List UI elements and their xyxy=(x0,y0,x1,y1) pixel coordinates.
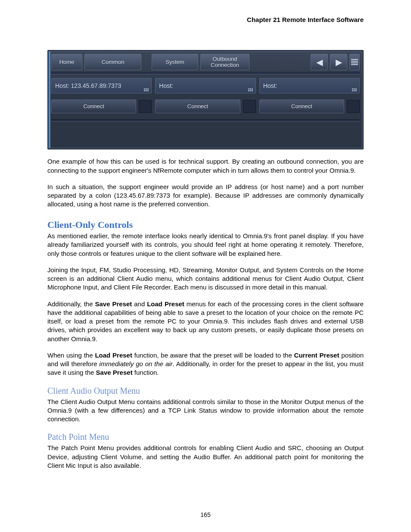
right-triangle-icon: ▶ xyxy=(336,58,342,66)
paragraph-6: When using the Load Preset function, be … xyxy=(47,351,364,377)
previous-button[interactable]: ◀ xyxy=(311,54,328,70)
paragraph-1: One example of how this can be used is f… xyxy=(47,157,364,175)
connect-button-1-label: Connect xyxy=(83,103,104,110)
toolbar-spacer xyxy=(143,54,149,70)
connect-button-2-label: Connect xyxy=(187,103,208,110)
connect-indicator-1[interactable] xyxy=(139,100,152,113)
host-field-3[interactable]: Host: xyxy=(259,78,360,93)
next-button[interactable]: ▶ xyxy=(330,54,347,70)
subsection-patch-point-menu: Patch Point Menu xyxy=(47,431,364,443)
page-number: 165 xyxy=(0,511,411,519)
hamburger-icon xyxy=(351,58,358,66)
connect-button-2[interactable]: Connect xyxy=(155,100,240,113)
connect-button-1[interactable]: Connect xyxy=(51,100,136,113)
system-button-label: System xyxy=(165,59,184,65)
chapter-header: Chapter 21 Remote Interface Software xyxy=(47,16,364,24)
paragraph-7: The Client Audio Output Menu contains ad… xyxy=(47,398,364,424)
common-button[interactable]: Common xyxy=(84,54,141,70)
common-button-label: Common xyxy=(102,59,125,65)
home-button[interactable]: Home xyxy=(51,54,82,70)
host-block-1: Host: 123.45.67.89:7373 Connect xyxy=(51,78,152,113)
divider xyxy=(51,72,360,75)
connect-indicator-2[interactable] xyxy=(243,100,256,113)
host-field-3-label: Host: xyxy=(263,82,277,90)
host-field-1-label: Host: 123.45.67.89:7373 xyxy=(55,82,121,90)
subsection-client-audio-output: Client Audio Output Menu xyxy=(47,385,364,397)
top-toolbar: Home Common System Outbound Connection ◀… xyxy=(51,54,360,70)
home-button-label: Home xyxy=(59,59,75,65)
keyboard-icon xyxy=(248,88,253,91)
paragraph-8: The Patch Point Menu provides additional… xyxy=(47,444,364,470)
host-field-2[interactable]: Host: xyxy=(155,78,255,93)
section-client-only-controls: Client-Only Controls xyxy=(47,218,364,231)
outbound-connection-label: Outbound Connection xyxy=(211,56,239,68)
host-row: Host: 123.45.67.89:7373 Connect Host: Co… xyxy=(51,78,360,113)
keyboard-icon xyxy=(352,88,357,91)
connect-button-3[interactable]: Connect xyxy=(259,100,344,113)
menu-button[interactable] xyxy=(349,54,360,70)
host-field-1[interactable]: Host: 123.45.67.89:7373 xyxy=(51,78,152,93)
keyboard-icon xyxy=(144,88,149,91)
host-block-2: Host: Connect xyxy=(155,78,255,113)
system-button[interactable]: System xyxy=(152,54,198,70)
ui-screenshot-panel: Home Common System Outbound Connection ◀… xyxy=(47,50,364,149)
paragraph-3: As mentioned earlier, the remote interfa… xyxy=(47,232,364,258)
connect-button-3-label: Connect xyxy=(291,103,312,110)
paragraph-4: Joining the Input, FM, Studio Processing… xyxy=(47,266,364,292)
paragraph-5: Additionally, the Save Preset and Load P… xyxy=(47,300,364,343)
paragraph-2: In such a situation, the support enginee… xyxy=(47,183,364,209)
connect-indicator-3[interactable] xyxy=(347,100,360,113)
host-block-3: Host: Connect xyxy=(259,78,360,113)
outbound-connection-button[interactable]: Outbound Connection xyxy=(200,54,249,70)
left-triangle-icon: ◀ xyxy=(316,58,323,66)
host-field-2-label: Host: xyxy=(159,82,173,90)
